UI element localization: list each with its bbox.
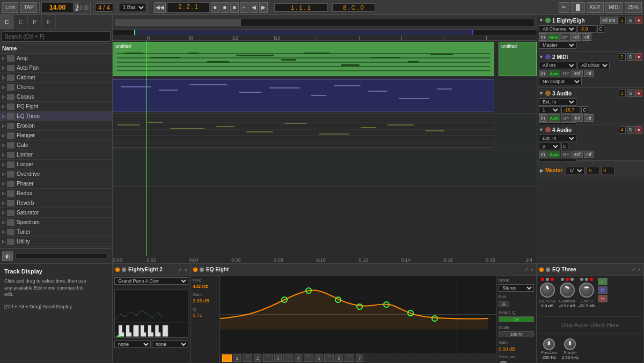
midi-button[interactable]: MIDI <box>605 2 623 13</box>
eightyeight-close-icon[interactable]: × <box>185 267 187 272</box>
mid-band-btn[interactable]: M <box>598 286 608 294</box>
eq-filter-btn-6[interactable]: ⌒ <box>324 354 334 362</box>
list-item-eq-three[interactable]: ▷EQ Three <box>0 112 112 121</box>
high-band-btn[interactable]: H <box>598 295 608 302</box>
list-item[interactable]: ▷Overdrive <box>0 169 112 179</box>
list-item[interactable]: ▷Reverb <box>0 198 112 208</box>
list-item[interactable]: ▷Amp <box>0 54 112 63</box>
list-item[interactable]: ▷Erosion <box>0 121 112 131</box>
track-4-collapse[interactable]: ▼ <box>539 127 544 132</box>
track-4-input-select[interactable]: Ext. In <box>539 135 576 142</box>
list-item[interactable]: ▷Tuner <box>0 227 112 237</box>
master-play-icon[interactable]: ▶ <box>540 168 544 173</box>
eq-mode-select[interactable]: Stereo <box>499 284 534 292</box>
track-2-channel-select[interactable]: All Channe <box>577 62 610 69</box>
track-3-channel-select[interactable]: 1 <box>539 106 560 114</box>
clip-1-main[interactable]: untitled <box>113 42 494 76</box>
track-1-input-select[interactable]: All Channe <box>539 25 576 33</box>
fwd-btn[interactable]: ◀ <box>250 2 258 13</box>
tempo-up[interactable]: ▲ <box>75 3 79 7</box>
tap-button[interactable]: TAP <box>20 2 37 13</box>
gain-low-knob[interactable] <box>540 283 555 298</box>
tempo-down[interactable]: ▼ <box>75 8 79 11</box>
list-item[interactable]: ▷Limiter <box>0 150 112 160</box>
eq-eight-close-icon[interactable]: × <box>531 267 533 272</box>
eightyeight-preset-select[interactable]: Grand Pano A Corr <box>114 277 188 285</box>
track-3-collapse[interactable]: ▼ <box>539 91 544 96</box>
track-4-auto-btn[interactable]: Auto <box>548 151 560 158</box>
track-4-channel-select[interactable]: 2 <box>539 143 560 150</box>
track-2-auto-btn[interactable]: Auto <box>548 70 560 77</box>
eq-curve-display[interactable] <box>220 276 496 353</box>
track-3-off-btn[interactable]: Off <box>561 114 570 122</box>
search-input[interactable] <box>2 31 111 42</box>
link-button[interactable]: Link <box>2 2 18 13</box>
track-3-auto-btn[interactable]: Auto <box>548 114 560 122</box>
eq-filter-btn-5[interactable]: ⌒ <box>304 354 313 362</box>
track-2-output-select[interactable]: No Output <box>539 78 582 85</box>
track-4-off-btn[interactable]: Off <box>561 151 570 158</box>
scale-btn[interactable]: 100 % <box>499 331 534 337</box>
square-btn2[interactable]: ■ <box>221 2 229 13</box>
eq-num-4[interactable]: 4 <box>295 354 302 362</box>
list-item[interactable]: ▷Auto Pan <box>0 63 112 73</box>
freq-low-knob[interactable] <box>499 361 508 363</box>
track-2-collapse[interactable]: ▼ <box>539 54 544 60</box>
eightyeight-select-1[interactable]: none <box>114 340 151 348</box>
empty-arrangement-area[interactable] <box>113 202 537 256</box>
gain-high-knob[interactable] <box>579 283 594 298</box>
master-input-select[interactable]: 1/2 <box>566 167 584 174</box>
square-btn3[interactable]: ■ <box>230 2 239 13</box>
sidebar-bottom-btn1[interactable]: ◐ <box>2 251 13 261</box>
eq-eight-expand-icon[interactable]: ⤢ <box>524 267 529 272</box>
track-1-off-btn[interactable]: Off <box>560 33 569 41</box>
track-1-auto-btn[interactable]: Auto <box>548 33 560 41</box>
eq-filter-btn-7[interactable]: ⌒ <box>345 354 354 362</box>
list-item[interactable]: ▷Spectrum <box>0 218 112 227</box>
pencil-btn[interactable]: ✏ <box>559 2 569 13</box>
eq-three-power-dot[interactable] <box>539 268 544 272</box>
track-3-input-select[interactable]: Ext. In <box>539 98 576 106</box>
key-button[interactable]: KEY <box>587 2 604 13</box>
list-item[interactable]: ▷Corpus <box>0 92 112 102</box>
track-1-s-btn[interactable]: S <box>627 17 634 24</box>
clip-1-right[interactable]: untitled <box>499 42 537 76</box>
timeline-ruler[interactable]: |4 |8 |12 |16 | | | | | <box>113 30 537 41</box>
sidebar-tab-2[interactable]: C <box>14 15 28 29</box>
eq-num-5[interactable]: 5 <box>315 354 323 362</box>
list-item[interactable]: ▷Looper <box>0 160 112 169</box>
midi-clip-2[interactable] <box>113 79 494 112</box>
back-button[interactable]: ◀◀ <box>154 2 166 13</box>
low-band-btn[interactable]: L <box>598 278 608 285</box>
list-item[interactable]: ▷Redux <box>0 189 112 198</box>
eightyeight-expand-icon[interactable]: ⤢ <box>178 267 182 272</box>
sidebar-tab-3[interactable]: P <box>28 15 42 29</box>
track-2-mute-btn[interactable]: ● <box>635 53 642 61</box>
eq-filter-btn-4[interactable]: ⌒ <box>283 354 293 362</box>
track-3-mute-btn[interactable]: ● <box>635 90 642 97</box>
track-2-s-btn[interactable]: S <box>627 53 634 61</box>
list-item[interactable]: ▷Flanger <box>0 131 112 140</box>
eq-num-1[interactable]: 1 <box>233 354 241 362</box>
track-4-mute-btn[interactable]: ● <box>635 126 642 134</box>
bar-select[interactable]: 1 Bar <box>120 4 145 11</box>
sidebar-tab-instruments[interactable]: C <box>0 15 14 29</box>
sidebar-slider[interactable] <box>15 254 108 259</box>
list-item[interactable]: ▷Phaser <box>0 179 112 189</box>
freq-low-knob-3[interactable] <box>543 338 555 350</box>
gain-mid-knob[interactable] <box>560 283 575 298</box>
eq-num-6[interactable]: 6 <box>335 354 343 362</box>
eq-three-close-icon[interactable]: × <box>638 267 641 272</box>
eq-num-3[interactable]: 3 <box>274 354 282 362</box>
list-item[interactable]: ▷Saturator <box>0 208 112 218</box>
edit-a-btn[interactable]: A <box>499 301 509 307</box>
eq-three-expand-icon[interactable]: ⤢ <box>632 267 636 272</box>
audio-clip-3[interactable] <box>113 116 494 148</box>
track-2-off-btn[interactable]: Off <box>561 70 570 77</box>
eq-num-2[interactable]: 2 <box>254 354 261 362</box>
eq-filter-btn-2[interactable]: ⌒ <box>243 354 252 362</box>
level-btn[interactable]: ▐▌ <box>571 2 585 13</box>
list-item[interactable]: ▷Utility <box>0 237 112 247</box>
list-item[interactable]: ▷EQ Eight <box>0 102 112 112</box>
square-btn1[interactable]: ■ <box>211 2 219 13</box>
